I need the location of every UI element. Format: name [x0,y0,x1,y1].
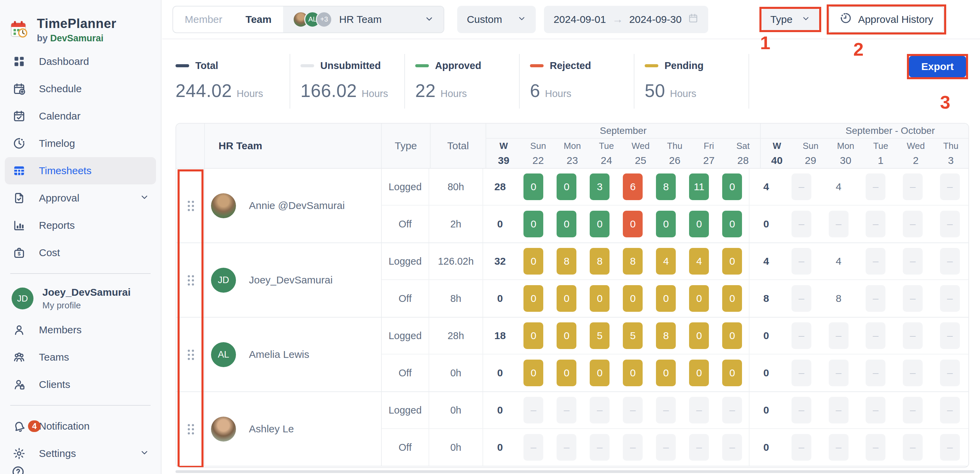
day-cell[interactable]: 11 [682,173,716,200]
day-cell[interactable]: 3 [583,173,616,200]
sidebar-item-schedule[interactable]: Schedule [0,75,161,102]
drag-handle[interactable] [176,392,205,466]
day-cell[interactable]: 8 [583,248,616,275]
day-cell[interactable]: 0 [517,285,550,312]
day-cell[interactable]: – [820,397,857,423]
day-cell[interactable]: 0 [517,359,550,386]
day-cell[interactable]: – [857,285,894,312]
member-cell[interactable]: Ashley Le [205,392,382,466]
sidebar-item-settings[interactable]: Settings [0,440,161,467]
sidebar-item-calendar[interactable]: Calendar [0,102,161,130]
day-cell[interactable]: – [931,211,968,237]
sidebar-item-reports[interactable]: Reports [0,212,161,239]
day-cell[interactable]: 0 [716,211,749,237]
day-cell[interactable]: – [931,359,968,386]
day-cell[interactable]: 8 [649,173,682,200]
day-cell[interactable]: – [517,434,550,461]
date-range-preset-dropdown[interactable]: Custom [457,6,536,33]
drag-handle[interactable] [176,169,205,242]
sidebar-item-members[interactable]: Members [0,316,161,344]
day-cell[interactable]: – [894,248,932,275]
day-cell[interactable]: – [857,211,894,237]
day-cell[interactable]: – [820,322,857,349]
day-cell[interactable]: – [517,397,550,423]
day-cell[interactable]: – [894,285,932,312]
sidebar-item-dashboard[interactable]: Dashboard [0,48,161,75]
day-cell[interactable]: 0 [517,211,550,237]
day-cell[interactable]: 0 [649,211,682,237]
day-cell[interactable]: – [894,397,932,423]
drag-handle[interactable] [176,243,205,317]
day-cell[interactable]: – [931,285,968,312]
export-button[interactable]: Export [909,56,966,77]
day-cell[interactable]: – [894,359,932,386]
day-cell[interactable]: 0 [716,248,749,275]
day-cell[interactable]: 6 [616,173,649,200]
day-cell[interactable]: 0 [649,285,682,312]
day-cell[interactable]: 0 [716,173,749,200]
day-cell[interactable]: 0 [550,285,583,312]
sidebar-item-cost[interactable]: $ Cost [0,239,161,266]
day-cell[interactable]: – [857,322,894,349]
day-cell[interactable]: 0 [616,285,649,312]
help-icon[interactable] [11,465,25,474]
day-cell[interactable]: 5 [583,322,616,349]
day-cell[interactable]: 4 [649,248,682,275]
day-cell[interactable]: – [931,248,968,275]
member-cell[interactable]: AL Amelia Lewis [205,318,382,391]
day-cell[interactable]: – [550,397,583,423]
sidebar-item-timesheets[interactable]: Timesheets [5,157,156,185]
day-cell[interactable]: 0 [682,322,716,349]
type-dropdown[interactable]: Type [762,9,819,30]
day-cell[interactable]: – [616,434,649,461]
sidebar-item-clients[interactable]: Clients [0,371,161,398]
day-cell[interactable]: – [649,397,682,423]
toggle-team[interactable]: Team [234,14,283,25]
day-cell[interactable]: – [931,434,968,461]
day-cell[interactable]: – [682,434,716,461]
day-cell[interactable]: 0 [517,173,550,200]
day-cell[interactable]: 0 [616,211,649,237]
approval-history-button[interactable]: Approval History [829,6,944,32]
profile-item[interactable]: JD Joey_DevSamurai My profile [0,281,161,316]
day-cell[interactable]: 4 [820,248,857,275]
day-cell[interactable]: – [894,173,932,200]
day-cell[interactable]: – [783,397,820,423]
day-cell[interactable]: 4 [682,248,716,275]
day-cell[interactable]: 0 [550,359,583,386]
day-cell[interactable]: – [931,322,968,349]
day-cell[interactable]: – [783,322,820,349]
day-cell[interactable]: 0 [616,359,649,386]
day-cell[interactable]: – [857,397,894,423]
day-cell[interactable]: – [783,173,820,200]
day-cell[interactable]: – [931,397,968,423]
day-cell[interactable]: 0 [716,322,749,349]
day-cell[interactable]: – [550,434,583,461]
team-select-dropdown[interactable]: AL +3 HR Team [283,6,444,32]
day-cell[interactable]: 0 [583,359,616,386]
day-cell[interactable]: – [716,434,749,461]
day-cell[interactable]: 4 [820,173,857,200]
member-cell[interactable]: Annie @DevSamurai [205,169,382,242]
day-cell[interactable]: 5 [616,322,649,349]
day-cell[interactable]: – [857,434,894,461]
day-cell[interactable]: 0 [517,248,550,275]
day-cell[interactable]: – [820,211,857,237]
day-cell[interactable]: – [616,397,649,423]
day-cell[interactable]: – [583,434,616,461]
day-cell[interactable]: – [820,359,857,386]
day-cell[interactable]: – [857,359,894,386]
day-cell[interactable]: – [716,397,749,423]
day-cell[interactable]: – [820,434,857,461]
day-cell[interactable]: 8 [820,285,857,312]
horizontal-scrollbar[interactable] [175,470,975,473]
day-cell[interactable]: 0 [583,211,616,237]
date-range-picker[interactable]: 2024-09-01 → 2024-09-30 [544,6,708,33]
day-cell[interactable]: – [783,211,820,237]
day-cell[interactable]: 0 [550,211,583,237]
sidebar-item-approval[interactable]: Approval [0,185,161,212]
day-cell[interactable]: – [783,248,820,275]
day-cell[interactable]: 0 [716,359,749,386]
day-cell[interactable]: – [931,173,968,200]
day-cell[interactable]: – [783,434,820,461]
